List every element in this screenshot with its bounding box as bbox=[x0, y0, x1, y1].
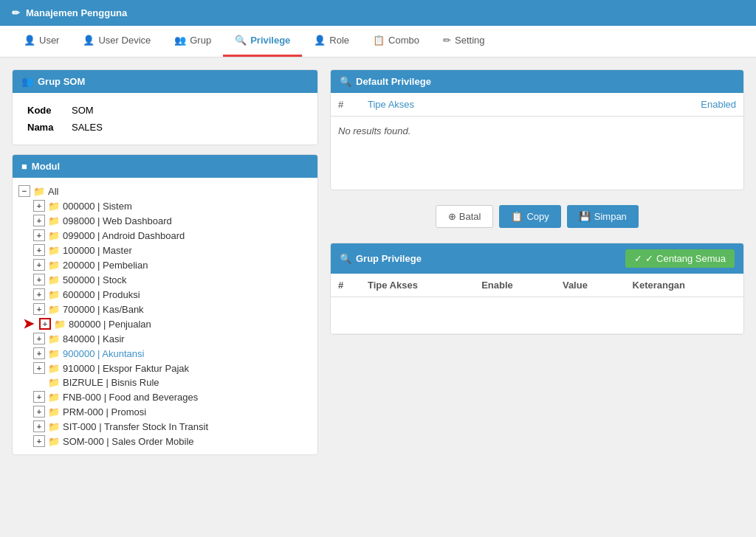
button-row: ⊕ Batal 📋 Copy 💾 Simpan bbox=[330, 199, 744, 234]
tree-label-stock: 500000 | Stock bbox=[63, 274, 127, 285]
tab-combo[interactable]: 📋 Combo bbox=[361, 26, 431, 57]
tab-role[interactable]: 👤 Role bbox=[302, 26, 361, 57]
expand-icon-all[interactable]: − bbox=[18, 185, 30, 197]
expand-icon-sit[interactable]: + bbox=[33, 420, 45, 432]
tree-label-master: 100000 | Master bbox=[63, 245, 132, 256]
tree-item-all[interactable]: − 📁 All bbox=[13, 184, 317, 198]
combo-icon: 📋 bbox=[373, 35, 385, 46]
default-privilege-table: # Tipe Akses Enabled No results found. bbox=[331, 93, 743, 190]
col-tipe-akses: Tipe Akses bbox=[360, 93, 571, 117]
grup-privilege-title-area: 🔍 Grup Privilege bbox=[340, 253, 422, 264]
expand-icon-som[interactable]: + bbox=[33, 435, 45, 447]
tree-item-sistem[interactable]: + 📁 000000 | Sistem bbox=[13, 198, 317, 213]
grup-privilege-card: 🔍 Grup Privilege ✓ ✓ Centang Semua # Tip… bbox=[330, 243, 744, 335]
privilege-empty-row bbox=[331, 297, 743, 334]
grup-som-body: Kode SOM Nama SALES bbox=[13, 93, 317, 145]
tree-item-produksi[interactable]: + 📁 600000 | Produksi bbox=[13, 287, 317, 302]
folder-icon-som: 📁 bbox=[48, 436, 60, 447]
expand-icon-pembelian[interactable]: + bbox=[33, 259, 45, 271]
folder-icon-bizrule: 📁 bbox=[48, 377, 60, 388]
folder-icon-produksi: 📁 bbox=[48, 289, 60, 300]
user-icon: 👤 bbox=[24, 35, 35, 46]
default-privilege-card: 🔍 Default Privilege # Tipe Akses Enabled bbox=[330, 69, 744, 190]
header-title: Manajemen Pengguna bbox=[26, 7, 127, 18]
tree-label-kasbank: 700000 | Kas/Bank bbox=[63, 304, 144, 315]
expand-icon-sistem[interactable]: + bbox=[33, 200, 45, 212]
expand-icon-web-dashboard[interactable]: + bbox=[33, 215, 45, 226]
tree-item-prm[interactable]: + 📁 PRM-000 | Promosi bbox=[13, 404, 317, 419]
default-privilege-title: Default Privilege bbox=[356, 76, 431, 87]
folder-icon-penjualan: 📁 bbox=[54, 319, 66, 330]
grup-som-title: Grup SOM bbox=[38, 76, 85, 87]
simpan-icon: 💾 bbox=[579, 211, 591, 222]
default-privilege-icon: 🔍 bbox=[340, 76, 351, 87]
checkmark-icon: ✓ bbox=[634, 253, 642, 264]
tab-privilege[interactable]: 🔍 Privilege bbox=[223, 26, 302, 57]
folder-icon-pembelian: 📁 bbox=[48, 260, 60, 271]
expand-icon-fnb[interactable]: + bbox=[33, 391, 45, 403]
modul-card: ■ Modul − 📁 All + 📁 000000 | Sistem bbox=[12, 154, 318, 455]
tree-item-stock[interactable]: + 📁 500000 | Stock bbox=[13, 272, 317, 287]
grup-som-icon: 👥 bbox=[21, 76, 33, 87]
tab-setting[interactable]: ✏ Setting bbox=[431, 26, 496, 57]
nav-tabs: 👤 User 👤 User Device 👥 Grup 🔍 Privilege … bbox=[0, 26, 756, 58]
folder-icon-web-dashboard: 📁 bbox=[48, 215, 60, 226]
priv-col-tipe-akses: Tipe Akses bbox=[360, 274, 474, 297]
tree-item-sit[interactable]: + 📁 SIT-000 | Transfer Stock In Transit bbox=[13, 419, 317, 434]
expand-icon-kasbank[interactable]: + bbox=[33, 303, 45, 315]
tree-item-pembelian[interactable]: + 📁 200000 | Pembelian bbox=[13, 257, 317, 272]
tree-item-bizrule[interactable]: 📁 BIZRULE | Bisnis Rule bbox=[13, 375, 317, 389]
batal-button[interactable]: ⊕ Batal bbox=[436, 205, 493, 228]
tree-label-produksi: 600000 | Produksi bbox=[63, 289, 140, 300]
tree-item-kasbank[interactable]: + 📁 700000 | Kas/Bank bbox=[13, 302, 317, 316]
tree-item-fnb[interactable]: + 📁 FNB-000 | Food and Beverages bbox=[13, 389, 317, 404]
grup-som-info-table: Kode SOM Nama SALES bbox=[21, 102, 309, 136]
copy-button[interactable]: 📋 Copy bbox=[499, 205, 560, 228]
folder-icon-sit: 📁 bbox=[48, 421, 60, 432]
expand-icon-stock[interactable]: + bbox=[33, 274, 45, 285]
tab-user[interactable]: 👤 User bbox=[12, 26, 71, 57]
tree-item-web-dashboard[interactable]: + 📁 098000 | Web Dashboard bbox=[13, 213, 317, 228]
expand-icon-kasir[interactable]: + bbox=[33, 333, 45, 344]
tree-item-penjualan-wrapper: ➤ + 📁 800000 | Penjualan bbox=[13, 316, 317, 331]
kode-label: Kode bbox=[21, 102, 66, 119]
expand-icon-faktur[interactable]: + bbox=[33, 362, 45, 374]
centang-semua-button[interactable]: ✓ ✓ Centang Semua bbox=[625, 249, 735, 268]
expand-icon-penjualan[interactable]: + bbox=[39, 318, 51, 330]
folder-icon-faktur: 📁 bbox=[48, 363, 60, 374]
no-results-text: No results found. bbox=[331, 117, 743, 146]
role-icon: 👤 bbox=[314, 35, 326, 46]
tree-label-penjualan: 800000 | Penjualan bbox=[69, 319, 151, 330]
expand-icon-akuntansi[interactable]: + bbox=[33, 347, 45, 359]
user-device-icon: 👤 bbox=[83, 35, 94, 46]
expand-icon-master[interactable]: + bbox=[33, 244, 45, 256]
main-content: 👥 Grup SOM Kode SOM Nama SALES bbox=[0, 58, 756, 467]
tree-item-faktur[interactable]: + 📁 910000 | Ekspor Faktur Pajak bbox=[13, 361, 317, 375]
empty-row bbox=[331, 145, 743, 190]
nama-value: SALES bbox=[66, 119, 309, 136]
default-privilege-header: 🔍 Default Privilege bbox=[331, 70, 743, 93]
tab-grup[interactable]: 👥 Grup bbox=[162, 26, 223, 57]
expand-icon-prm[interactable]: + bbox=[33, 406, 45, 418]
expand-icon-android-dashboard[interactable]: + bbox=[33, 229, 45, 241]
tree-item-master[interactable]: + 📁 100000 | Master bbox=[13, 243, 317, 257]
tree-item-som[interactable]: + 📁 SOM-000 | Sales Order Mobile bbox=[13, 434, 317, 448]
tab-user-device[interactable]: 👤 User Device bbox=[71, 26, 162, 57]
simpan-button[interactable]: 💾 Simpan bbox=[567, 205, 639, 228]
tree-item-android-dashboard[interactable]: + 📁 099000 | Android Dashboard bbox=[13, 228, 317, 243]
tree-label-faktur: 910000 | Ekspor Faktur Pajak bbox=[63, 363, 189, 374]
setting-icon: ✏ bbox=[443, 35, 451, 46]
expand-icon-produksi[interactable]: + bbox=[33, 288, 45, 300]
privilege-table: # Tipe Akses Enable Value Keterangan bbox=[331, 274, 743, 334]
tree-item-kasir[interactable]: + 📁 840000 | Kasir bbox=[13, 331, 317, 346]
tree-label-som: SOM-000 | Sales Order Mobile bbox=[63, 436, 194, 447]
tree-item-akuntansi[interactable]: + 📁 900000 | Akuntansi bbox=[13, 346, 317, 361]
folder-icon-all: 📁 bbox=[33, 186, 45, 197]
grup-som-card: 👥 Grup SOM Kode SOM Nama SALES bbox=[12, 69, 318, 145]
folder-icon-master: 📁 bbox=[48, 245, 60, 256]
grup-privilege-icon: 🔍 bbox=[340, 253, 351, 264]
tree-label-all: All bbox=[48, 186, 58, 197]
modul-icon: ■ bbox=[21, 161, 27, 172]
tree-item-penjualan[interactable]: + 📁 800000 | Penjualan bbox=[13, 316, 317, 331]
left-panel: 👥 Grup SOM Kode SOM Nama SALES bbox=[12, 69, 318, 455]
